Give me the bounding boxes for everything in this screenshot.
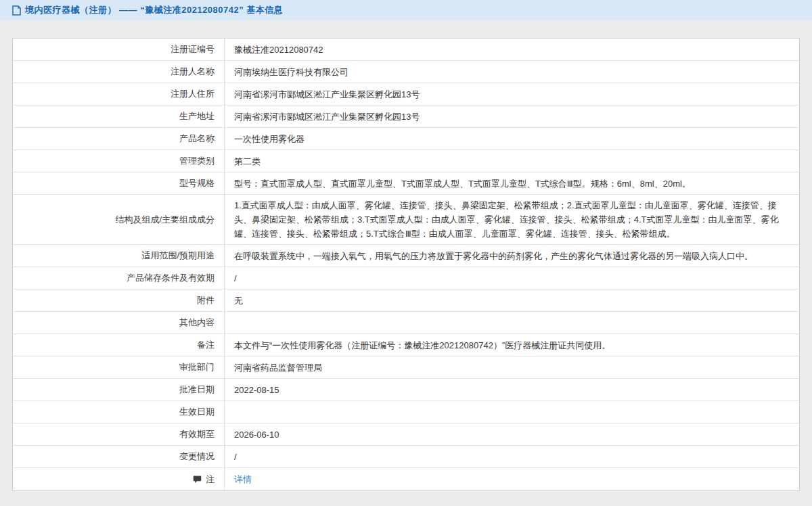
row-value: 无 — [225, 290, 799, 311]
table-row-note: 注 详情 — [13, 468, 799, 490]
row-value — [225, 312, 799, 334]
row-value: 型号：直式面罩成人型、直式面罩儿童型、T式面罩成人型、T式面罩儿童型、T式综合Ⅲ… — [225, 172, 799, 194]
row-label-text: 注 — [206, 474, 215, 486]
row-label: 注册证编号 — [13, 39, 225, 60]
row-value: 河南埃纳生医疗科技有限公司 — [225, 61, 799, 83]
row-value: 河南省药品监督管理局 — [225, 356, 799, 378]
page-header: 境内医疗器械（注册） —— “豫械注准20212080742” 基本信息 — [0, 0, 812, 20]
table-row: 批准日期 2022-08-15 — [13, 379, 799, 401]
row-value: 豫械注准20212080742 — [225, 39, 799, 60]
row-value: 河南省漯河市郾城区淞江产业集聚区孵化园13号 — [225, 83, 799, 105]
row-label: 批准日期 — [13, 379, 225, 400]
row-value: 河南省漯河市郾城区淞江产业集聚区孵化园13号 — [225, 106, 799, 127]
table-row: 型号规格 型号：直式面罩成人型、直式面罩儿童型、T式面罩成人型、T式面罩儿童型、… — [13, 172, 799, 195]
row-value: 详情 — [225, 468, 799, 490]
row-value: 1.直式面罩成人型：由成人面罩、雾化罐、连接管、接头、鼻梁固定架、松紧带组成；2… — [225, 195, 799, 244]
table-row: 注册人名称 河南埃纳生医疗科技有限公司 — [13, 61, 799, 83]
row-label: 产品名称 — [13, 128, 225, 150]
row-label: 结构及组成/主要组成成分 — [13, 195, 225, 244]
row-value: 2026-06-10 — [225, 423, 799, 445]
table-row: 变更情况 / — [13, 446, 799, 468]
table-row: 管理类别 第二类 — [13, 150, 799, 172]
row-value — [225, 401, 799, 423]
row-value: / — [225, 446, 799, 467]
row-label: 有效期至 — [13, 423, 225, 445]
table-row: 注册证编号 豫械注准20212080742 — [13, 39, 799, 61]
table-row: 结构及组成/主要组成成分 1.直式面罩成人型：由成人面罩、雾化罐、连接管、接头、… — [13, 195, 799, 245]
table-row: 生产地址 河南省漯河市郾城区淞江产业集聚区孵化园13号 — [13, 106, 799, 128]
row-label: 型号规格 — [13, 172, 225, 194]
table-row: 附件 无 — [13, 290, 799, 312]
row-label: 变更情况 — [13, 446, 225, 467]
table-row: 审批部门 河南省药品监督管理局 — [13, 356, 799, 379]
row-label: 管理类别 — [13, 150, 225, 172]
table-row: 产品名称 一次性使用雾化器 — [13, 128, 799, 150]
document-icon — [12, 5, 21, 16]
row-value: 2022-08-15 — [225, 379, 799, 400]
table-row: 其他内容 — [13, 312, 799, 334]
row-label: 注册人名称 — [13, 61, 225, 83]
row-value: 本文件与“一次性使用雾化器（注册证编号：豫械注准20212080742）”医疗器… — [225, 334, 799, 356]
table-row: 备注 本文件与“一次性使用雾化器（注册证编号：豫械注准20212080742）”… — [13, 334, 799, 356]
row-label: 审批部门 — [13, 356, 225, 378]
detail-link[interactable]: 详情 — [234, 472, 252, 486]
row-label: 注 — [13, 468, 225, 490]
table-row: 生效日期 — [13, 401, 799, 423]
row-value: 一次性使用雾化器 — [225, 128, 799, 150]
row-value: / — [225, 267, 799, 289]
row-label: 附件 — [13, 290, 225, 311]
row-label: 备注 — [13, 334, 225, 356]
row-value: 第二类 — [225, 150, 799, 172]
comment-icon — [193, 475, 202, 484]
table-row: 适用范围/预期用途 在呼吸装置系统中，一端接入氧气，用氧气的压力将放置于雾化器中… — [13, 245, 799, 267]
row-label: 注册人住所 — [13, 83, 225, 105]
info-table: 注册证编号 豫械注准20212080742 注册人名称 河南埃纳生医疗科技有限公… — [12, 38, 800, 491]
page-title: 境内医疗器械（注册） —— “豫械注准20212080742” 基本信息 — [25, 4, 283, 16]
row-label: 生效日期 — [13, 401, 225, 423]
row-label: 生产地址 — [13, 106, 225, 127]
table-row: 产品储存条件及有效期 / — [13, 267, 799, 290]
row-label: 产品储存条件及有效期 — [13, 267, 225, 289]
row-value: 在呼吸装置系统中，一端接入氧气，用氧气的压力将放置于雾化器中的药剂雾化，产生的雾… — [225, 245, 799, 267]
row-label: 适用范围/预期用途 — [13, 245, 225, 267]
table-row: 注册人住所 河南省漯河市郾城区淞江产业集聚区孵化园13号 — [13, 83, 799, 106]
row-label: 其他内容 — [13, 312, 225, 334]
table-row: 有效期至 2026-06-10 — [13, 423, 799, 446]
